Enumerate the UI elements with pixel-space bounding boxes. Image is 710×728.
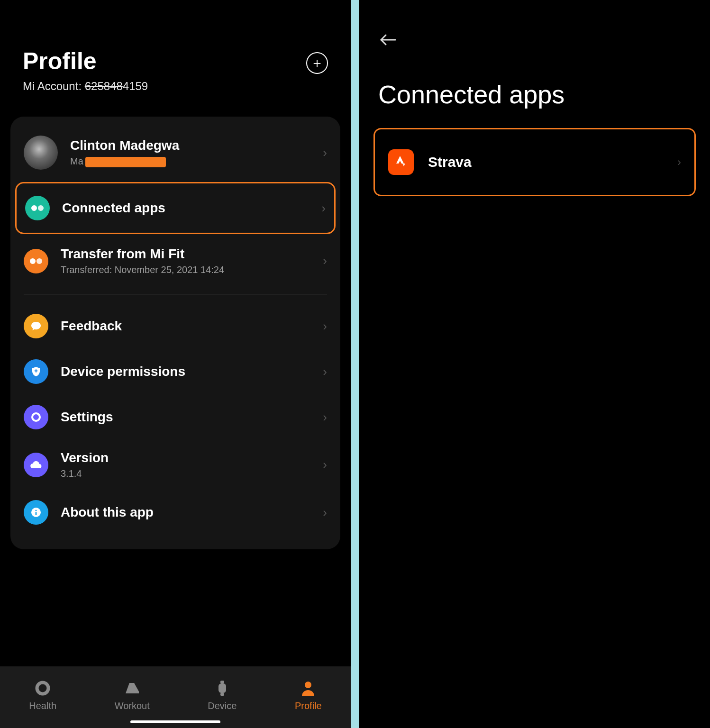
person-icon [300,679,316,698]
user-row[interactable]: Clinton Madegwa Ma › [10,125,340,180]
gear-icon [24,405,48,429]
about-label: About this app [61,505,323,520]
svg-point-1 [38,205,44,211]
transfer-sub: Transferred: November 25, 2021 14:24 [61,264,323,275]
chevron-right-icon: › [323,254,327,268]
version-row[interactable]: Version 3.1.4 › [10,440,340,490]
permissions-label: Device permissions [61,364,323,379]
svg-rect-7 [36,512,37,515]
nav-health[interactable]: Health [29,679,56,711]
strava-icon [388,149,414,175]
bottom-nav: Health Workout Device Profile [0,666,351,728]
chevron-right-icon: › [323,505,327,520]
about-row[interactable]: About this app › [10,490,340,535]
chevron-right-icon: › [677,155,681,169]
transfer-row[interactable]: Transfer from Mi Fit Transferred: Novemb… [10,236,340,286]
nav-device[interactable]: Device [208,679,237,711]
page-title: Profile [23,47,148,75]
topbar [359,0,710,56]
svg-rect-9 [218,683,226,693]
chat-icon [24,314,48,338]
version-sub: 3.1.4 [61,468,323,479]
profile-header: Profile Mi Account: 6258484159 ＋ [0,0,351,107]
svg-rect-10 [220,681,224,683]
redaction-mark [85,157,166,167]
svg-point-8 [37,682,48,694]
page-title: Connected apps [359,56,710,128]
chevron-right-icon: › [323,364,327,379]
plus-icon: ＋ [310,56,324,70]
strava-label: Strava [428,154,677,170]
connected-apps-row[interactable]: Connected apps › [15,182,336,234]
nav-workout[interactable]: Workout [115,679,150,711]
settings-label: Settings [61,410,323,425]
strava-row[interactable]: Strava › [373,128,696,196]
link-icon [25,196,50,220]
divider [24,294,327,295]
back-button[interactable] [378,33,691,46]
feedback-label: Feedback [61,318,323,334]
svg-point-4 [35,416,37,419]
version-label: Version [61,450,323,465]
svg-point-3 [36,258,42,264]
account-line: Mi Account: 6258484159 [23,80,148,93]
chevron-right-icon: › [323,146,327,160]
chevron-right-icon: › [323,457,327,472]
ring-icon [34,679,51,698]
profile-card: Clinton Madegwa Ma › Connected apps › Tr… [10,117,340,549]
shoe-icon [123,679,142,698]
watch-icon [216,679,229,698]
feedback-row[interactable]: Feedback › [10,303,340,349]
connected-apps-screen: Connected apps Strava › [359,0,710,728]
chevron-right-icon: › [321,201,326,216]
svg-point-2 [30,258,36,264]
profile-screen: Profile Mi Account: 6258484159 ＋ Clinton… [0,0,351,728]
transfer-label: Transfer from Mi Fit [61,246,323,262]
svg-point-0 [31,205,37,211]
arrow-left-icon [378,33,397,46]
svg-point-6 [35,510,36,511]
user-sub: Ma [70,156,323,167]
svg-rect-11 [220,693,224,696]
connected-apps-label: Connected apps [62,200,321,216]
user-name: Clinton Madegwa [70,138,323,153]
chevron-right-icon: › [323,319,327,334]
svg-point-12 [305,682,311,688]
avatar [24,136,58,170]
permissions-row[interactable]: Device permissions › [10,349,340,394]
chevron-right-icon: › [323,410,327,425]
shield-icon [24,359,48,384]
nav-profile[interactable]: Profile [295,679,322,711]
transfer-icon [24,249,48,273]
add-button[interactable]: ＋ [306,52,328,74]
home-indicator [130,720,220,723]
cloud-icon [24,453,48,477]
settings-row[interactable]: Settings › [10,394,340,440]
info-icon [24,500,48,525]
